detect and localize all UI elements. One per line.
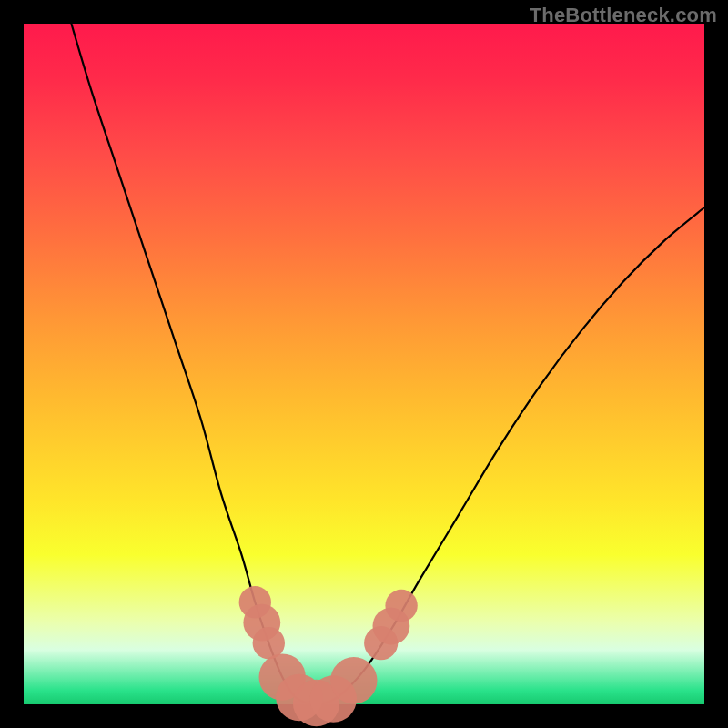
curve-layer bbox=[24, 24, 704, 704]
highlight-dot bbox=[330, 657, 377, 703]
chart-frame: TheBottleneck.com bbox=[0, 0, 728, 728]
highlight-dots bbox=[239, 586, 418, 726]
highlight-dot bbox=[385, 590, 417, 622]
plot-area bbox=[24, 24, 704, 704]
watermark-text: TheBottleneck.com bbox=[530, 4, 717, 27]
